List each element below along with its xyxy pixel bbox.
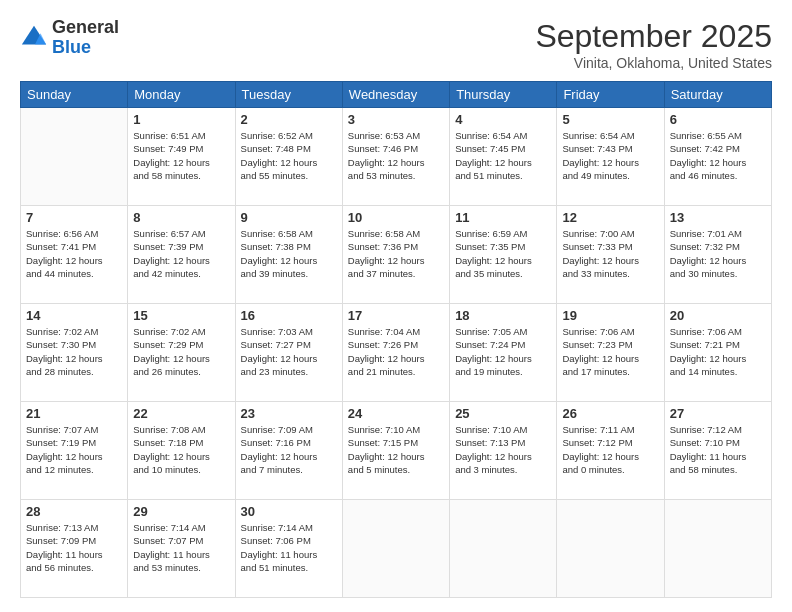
- day-number: 28: [26, 504, 122, 519]
- col-wednesday: Wednesday: [342, 82, 449, 108]
- day-info: Sunrise: 7:01 AM Sunset: 7:32 PM Dayligh…: [670, 227, 766, 280]
- day-cell: 8Sunrise: 6:57 AM Sunset: 7:39 PM Daylig…: [128, 206, 235, 304]
- day-number: 21: [26, 406, 122, 421]
- day-cell: 10Sunrise: 6:58 AM Sunset: 7:36 PM Dayli…: [342, 206, 449, 304]
- col-sunday: Sunday: [21, 82, 128, 108]
- day-cell: 4Sunrise: 6:54 AM Sunset: 7:45 PM Daylig…: [450, 108, 557, 206]
- month-title: September 2025: [535, 18, 772, 55]
- day-number: 25: [455, 406, 551, 421]
- logo: General Blue: [20, 18, 119, 58]
- day-number: 14: [26, 308, 122, 323]
- day-number: 11: [455, 210, 551, 225]
- day-cell: 29Sunrise: 7:14 AM Sunset: 7:07 PM Dayli…: [128, 500, 235, 598]
- day-info: Sunrise: 7:06 AM Sunset: 7:23 PM Dayligh…: [562, 325, 658, 378]
- day-cell: 27Sunrise: 7:12 AM Sunset: 7:10 PM Dayli…: [664, 402, 771, 500]
- day-number: 1: [133, 112, 229, 127]
- day-info: Sunrise: 6:55 AM Sunset: 7:42 PM Dayligh…: [670, 129, 766, 182]
- day-number: 27: [670, 406, 766, 421]
- day-cell: 18Sunrise: 7:05 AM Sunset: 7:24 PM Dayli…: [450, 304, 557, 402]
- day-number: 18: [455, 308, 551, 323]
- col-monday: Monday: [128, 82, 235, 108]
- calendar-header: Sunday Monday Tuesday Wednesday Thursday…: [21, 82, 772, 108]
- day-info: Sunrise: 7:14 AM Sunset: 7:06 PM Dayligh…: [241, 521, 337, 574]
- week-row-0: 1Sunrise: 6:51 AM Sunset: 7:49 PM Daylig…: [21, 108, 772, 206]
- day-cell: 30Sunrise: 7:14 AM Sunset: 7:06 PM Dayli…: [235, 500, 342, 598]
- day-number: 23: [241, 406, 337, 421]
- day-cell: 28Sunrise: 7:13 AM Sunset: 7:09 PM Dayli…: [21, 500, 128, 598]
- day-number: 9: [241, 210, 337, 225]
- day-info: Sunrise: 6:58 AM Sunset: 7:38 PM Dayligh…: [241, 227, 337, 280]
- header-row: Sunday Monday Tuesday Wednesday Thursday…: [21, 82, 772, 108]
- week-row-4: 28Sunrise: 7:13 AM Sunset: 7:09 PM Dayli…: [21, 500, 772, 598]
- day-number: 15: [133, 308, 229, 323]
- day-number: 12: [562, 210, 658, 225]
- day-number: 6: [670, 112, 766, 127]
- day-number: 5: [562, 112, 658, 127]
- day-cell: 15Sunrise: 7:02 AM Sunset: 7:29 PM Dayli…: [128, 304, 235, 402]
- week-row-2: 14Sunrise: 7:02 AM Sunset: 7:30 PM Dayli…: [21, 304, 772, 402]
- day-info: Sunrise: 7:10 AM Sunset: 7:13 PM Dayligh…: [455, 423, 551, 476]
- day-number: 29: [133, 504, 229, 519]
- day-info: Sunrise: 7:14 AM Sunset: 7:07 PM Dayligh…: [133, 521, 229, 574]
- calendar-body: 1Sunrise: 6:51 AM Sunset: 7:49 PM Daylig…: [21, 108, 772, 598]
- day-cell: 3Sunrise: 6:53 AM Sunset: 7:46 PM Daylig…: [342, 108, 449, 206]
- logo-icon: [20, 24, 48, 52]
- day-info: Sunrise: 7:02 AM Sunset: 7:30 PM Dayligh…: [26, 325, 122, 378]
- day-number: 3: [348, 112, 444, 127]
- day-info: Sunrise: 7:06 AM Sunset: 7:21 PM Dayligh…: [670, 325, 766, 378]
- day-cell: 2Sunrise: 6:52 AM Sunset: 7:48 PM Daylig…: [235, 108, 342, 206]
- day-info: Sunrise: 6:59 AM Sunset: 7:35 PM Dayligh…: [455, 227, 551, 280]
- day-info: Sunrise: 6:52 AM Sunset: 7:48 PM Dayligh…: [241, 129, 337, 182]
- day-number: 4: [455, 112, 551, 127]
- day-info: Sunrise: 7:04 AM Sunset: 7:26 PM Dayligh…: [348, 325, 444, 378]
- day-number: 10: [348, 210, 444, 225]
- day-info: Sunrise: 6:51 AM Sunset: 7:49 PM Dayligh…: [133, 129, 229, 182]
- day-cell: [557, 500, 664, 598]
- day-number: 16: [241, 308, 337, 323]
- week-row-3: 21Sunrise: 7:07 AM Sunset: 7:19 PM Dayli…: [21, 402, 772, 500]
- day-cell: 17Sunrise: 7:04 AM Sunset: 7:26 PM Dayli…: [342, 304, 449, 402]
- logo-text: General Blue: [52, 18, 119, 58]
- col-saturday: Saturday: [664, 82, 771, 108]
- logo-general: General: [52, 18, 119, 38]
- header: General Blue September 2025 Vinita, Okla…: [20, 18, 772, 71]
- day-cell: 25Sunrise: 7:10 AM Sunset: 7:13 PM Dayli…: [450, 402, 557, 500]
- day-number: 24: [348, 406, 444, 421]
- week-row-1: 7Sunrise: 6:56 AM Sunset: 7:41 PM Daylig…: [21, 206, 772, 304]
- day-info: Sunrise: 7:07 AM Sunset: 7:19 PM Dayligh…: [26, 423, 122, 476]
- day-number: 7: [26, 210, 122, 225]
- day-cell: 23Sunrise: 7:09 AM Sunset: 7:16 PM Dayli…: [235, 402, 342, 500]
- day-cell: 6Sunrise: 6:55 AM Sunset: 7:42 PM Daylig…: [664, 108, 771, 206]
- day-cell: 24Sunrise: 7:10 AM Sunset: 7:15 PM Dayli…: [342, 402, 449, 500]
- day-number: 22: [133, 406, 229, 421]
- col-tuesday: Tuesday: [235, 82, 342, 108]
- day-info: Sunrise: 7:03 AM Sunset: 7:27 PM Dayligh…: [241, 325, 337, 378]
- day-cell: [664, 500, 771, 598]
- day-cell: 11Sunrise: 6:59 AM Sunset: 7:35 PM Dayli…: [450, 206, 557, 304]
- day-cell: 21Sunrise: 7:07 AM Sunset: 7:19 PM Dayli…: [21, 402, 128, 500]
- day-cell: 19Sunrise: 7:06 AM Sunset: 7:23 PM Dayli…: [557, 304, 664, 402]
- day-info: Sunrise: 7:08 AM Sunset: 7:18 PM Dayligh…: [133, 423, 229, 476]
- calendar: Sunday Monday Tuesday Wednesday Thursday…: [20, 81, 772, 598]
- day-info: Sunrise: 6:53 AM Sunset: 7:46 PM Dayligh…: [348, 129, 444, 182]
- day-cell: 22Sunrise: 7:08 AM Sunset: 7:18 PM Dayli…: [128, 402, 235, 500]
- day-info: Sunrise: 7:10 AM Sunset: 7:15 PM Dayligh…: [348, 423, 444, 476]
- day-number: 8: [133, 210, 229, 225]
- day-info: Sunrise: 7:05 AM Sunset: 7:24 PM Dayligh…: [455, 325, 551, 378]
- day-info: Sunrise: 7:00 AM Sunset: 7:33 PM Dayligh…: [562, 227, 658, 280]
- day-info: Sunrise: 6:58 AM Sunset: 7:36 PM Dayligh…: [348, 227, 444, 280]
- day-info: Sunrise: 6:54 AM Sunset: 7:43 PM Dayligh…: [562, 129, 658, 182]
- day-info: Sunrise: 7:11 AM Sunset: 7:12 PM Dayligh…: [562, 423, 658, 476]
- day-number: 20: [670, 308, 766, 323]
- day-cell: [342, 500, 449, 598]
- day-number: 13: [670, 210, 766, 225]
- title-area: September 2025 Vinita, Oklahoma, United …: [535, 18, 772, 71]
- day-info: Sunrise: 6:56 AM Sunset: 7:41 PM Dayligh…: [26, 227, 122, 280]
- day-info: Sunrise: 7:09 AM Sunset: 7:16 PM Dayligh…: [241, 423, 337, 476]
- day-cell: 26Sunrise: 7:11 AM Sunset: 7:12 PM Dayli…: [557, 402, 664, 500]
- page: General Blue September 2025 Vinita, Okla…: [0, 0, 792, 612]
- day-info: Sunrise: 7:12 AM Sunset: 7:10 PM Dayligh…: [670, 423, 766, 476]
- day-number: 19: [562, 308, 658, 323]
- day-info: Sunrise: 6:57 AM Sunset: 7:39 PM Dayligh…: [133, 227, 229, 280]
- subtitle: Vinita, Oklahoma, United States: [535, 55, 772, 71]
